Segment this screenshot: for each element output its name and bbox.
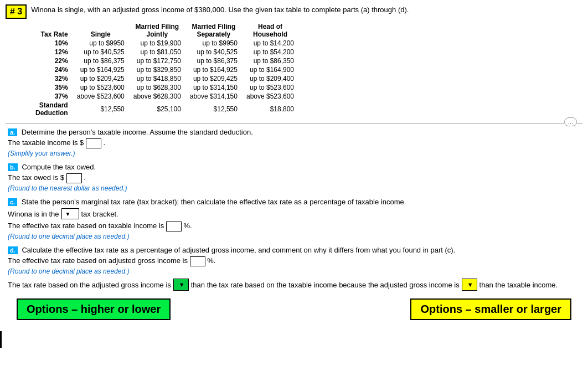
table-row: 37% above $523,600 above $628,300 above … [31, 92, 298, 101]
table-row: 35% up to $523,600 up to $628,300 up to … [31, 83, 298, 92]
part-c-eff-prefix: The effective tax rate based on taxable … [8, 222, 164, 230]
part-d-question-line: d. Calculate the effective tax rate as a… [8, 246, 580, 254]
sd-jointly-cell: $25,100 [129, 101, 185, 117]
part-c-eff-line: The effective tax rate based on taxable … [8, 222, 580, 231]
part-d-eff-input[interactable] [190, 256, 205, 266]
part-c-eff-input[interactable] [166, 222, 182, 231]
tax-table-container: Tax Rate Single Married FilingJointly Ma… [31, 22, 582, 117]
section-divider [6, 123, 582, 123]
part-b-answer-suffix: . [84, 173, 86, 182]
part-a-block: a. Determine the person's taxable income… [8, 128, 580, 157]
jointly-cell: up to $81,050 [129, 48, 185, 56]
table-row: 22% up to $86,375 up to $172,750 up to $… [31, 56, 298, 65]
household-cell: up to $523,600 [242, 83, 298, 92]
separately-cell: above $314,150 [185, 92, 242, 101]
part-c-block: c. State the person's marginal tax rate … [8, 198, 580, 240]
household-cell: above $523,600 [242, 92, 298, 101]
options-smaller-larger-banner: Options – smaller or larger [410, 298, 571, 320]
table-row: 32% up to $209,425 up to $418,850 up to … [31, 74, 298, 83]
separately-cell: up to $164,925 [185, 65, 242, 74]
household-cell: up to $164,900 [242, 65, 298, 74]
col-header-separately: Married FilingSeparately [185, 22, 242, 39]
part-a-question: Determine the person's taxable income. A… [22, 128, 253, 136]
part-d-block: d. Calculate the effective tax rate as a… [8, 246, 580, 291]
col-header-single: Single [73, 22, 129, 39]
sd-label-cell: StandardDeduction [31, 101, 73, 117]
part-d-question: Calculate the effective tax rate as a pe… [22, 246, 455, 254]
part-a-answer-prefix: The taxable income is $ [8, 138, 84, 147]
part-d-compare-prefix: The tax rate based on the adjusted gross… [8, 281, 171, 289]
part-b-block: b. Compute the tax owed. The tax owed is… [8, 163, 580, 192]
part-c-question-line: c. State the person's marginal tax rate … [8, 198, 580, 206]
rate-cell: 12% [31, 48, 73, 56]
part-b-answer-prefix: The tax owed is $ [8, 173, 64, 182]
part-d-label: d. [8, 246, 18, 254]
separately-cell: up to $314,150 [185, 83, 242, 92]
part-a-label: a. [8, 128, 17, 136]
divider-dots[interactable]: ... [564, 117, 577, 126]
part-d-eff-suffix: %. [207, 256, 215, 265]
part-b-input[interactable] [66, 173, 82, 183]
household-cell: up to $54,200 [242, 48, 298, 56]
part-b-answer-line: The tax owed is $ . [8, 173, 580, 183]
col-header-household: Head ofHousehold [242, 22, 298, 39]
table-row: 12% up to $40,525 up to $81,050 up to $4… [31, 48, 298, 56]
separately-cell: up to $86,375 [185, 56, 242, 65]
part-c-label: c. [8, 198, 17, 206]
part-d-note: (Round to one decimal place as needed.) [8, 267, 580, 275]
part-a-answer-suffix: . [104, 138, 106, 147]
part-c-question: State the person's marginal tax rate (ta… [22, 198, 406, 206]
higher-lower-dropdown[interactable]: ▼ [173, 279, 189, 291]
part-d-compare-suffix: than the taxable income. [479, 281, 558, 289]
rate-cell: 37% [31, 92, 73, 101]
smaller-larger-dropdown[interactable]: ▼ [462, 279, 477, 291]
tax-table: Tax Rate Single Married FilingJointly Ma… [31, 22, 298, 117]
sd-separately-cell: $12,550 [185, 101, 242, 117]
jointly-cell: up to $329,850 [129, 65, 185, 74]
part-a-input[interactable] [86, 138, 101, 148]
rate-cell: 22% [31, 56, 73, 65]
rate-cell: 35% [31, 83, 73, 92]
sd-single-cell: $12,550 [73, 101, 129, 117]
part-c-bracket-prefix: Winona is in the [8, 210, 59, 218]
rate-cell: 10% [31, 39, 73, 48]
bracket-dropdown-arrow: ▼ [65, 211, 71, 217]
part-a-note: (Simplify your answer.) [8, 150, 580, 157]
single-cell: up to $86,375 [73, 56, 129, 65]
part-a-question-line: a. Determine the person's taxable income… [8, 128, 580, 136]
table-row: 24% up to $164,925 up to $329,850 up to … [31, 65, 298, 74]
separately-cell: up to $209,425 [185, 74, 242, 83]
part-b-question: Compute the tax owed. [22, 163, 96, 171]
household-cell: up to $14,200 [242, 39, 298, 48]
part-c-bracket-line: Winona is in the ▼ tax bracket. [8, 208, 580, 219]
part-d-eff-line: The effective tax rate based on adjusted… [8, 256, 580, 266]
bracket-dropdown[interactable]: ▼ [61, 208, 79, 219]
problem-header: # 3 Winona is single, with an adjusted g… [6, 4, 582, 19]
col-header-rate: Tax Rate [31, 22, 73, 39]
single-cell: up to $40,525 [73, 48, 129, 56]
parts-container: a. Determine the person's taxable income… [6, 128, 582, 291]
rate-cell: 32% [31, 74, 73, 83]
standard-deduction-row: StandardDeduction $12,550 $25,100 $12,55… [31, 101, 298, 117]
separately-cell: up to $9950 [185, 39, 242, 48]
problem-number: # 3 [6, 4, 27, 19]
single-cell: up to $523,600 [73, 83, 129, 92]
bottom-banners: Options – higher or lower Options – smal… [6, 298, 582, 320]
part-a-answer-line: The taxable income is $ . [8, 138, 580, 148]
household-cell: up to $86,350 [242, 56, 298, 65]
part-c-eff-suffix: %. [184, 222, 192, 230]
part-d-eff-prefix: The effective tax rate based on adjusted… [8, 256, 188, 265]
sd-household-cell: $18,800 [242, 101, 298, 117]
part-b-label: b. [8, 163, 18, 171]
household-cell: up to $209,400 [242, 74, 298, 83]
jointly-cell: up to $19,900 [129, 39, 185, 48]
single-cell: above $523,600 [73, 92, 129, 101]
part-b-note: (Round to the nearest dollar as needed.) [8, 184, 580, 192]
left-bar-decoration [0, 331, 2, 348]
rate-cell: 24% [31, 65, 73, 74]
separately-cell: up to $40,525 [185, 48, 242, 56]
part-c-note: (Round to one decimal place as needed.) [8, 233, 580, 240]
problem-description: Winona is single, with an adjusted gross… [31, 4, 409, 14]
jointly-cell: up to $628,300 [129, 83, 185, 92]
part-d-compare-middle: than the tax rate based on the taxable i… [191, 281, 460, 289]
